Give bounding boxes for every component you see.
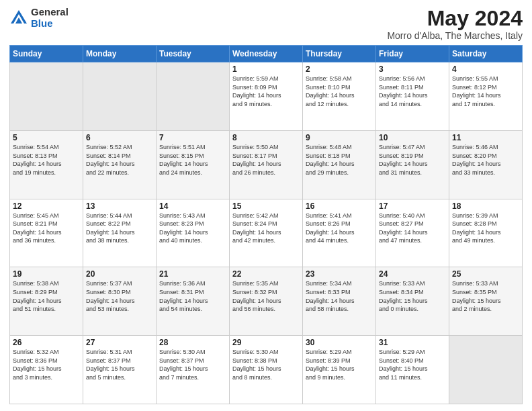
calendar-cell: 2Sunrise: 5:58 AM Sunset: 8:10 PM Daylig… xyxy=(303,62,376,131)
col-wednesday: Wednesday xyxy=(230,46,303,62)
day-info: Sunrise: 5:29 AM Sunset: 8:40 PM Dayligh… xyxy=(379,348,446,381)
calendar-cell: 11Sunrise: 5:46 AM Sunset: 8:20 PM Dayli… xyxy=(449,130,523,199)
calendar-cell: 17Sunrise: 5:40 AM Sunset: 8:27 PM Dayli… xyxy=(376,199,449,267)
calendar-cell: 10Sunrise: 5:47 AM Sunset: 8:19 PM Dayli… xyxy=(376,130,449,199)
calendar-cell: 18Sunrise: 5:39 AM Sunset: 8:28 PM Dayli… xyxy=(449,199,523,267)
calendar-cell: 27Sunrise: 5:31 AM Sunset: 8:37 PM Dayli… xyxy=(83,336,157,404)
day-number: 15 xyxy=(232,201,300,211)
calendar-week-3: 19Sunrise: 5:38 AM Sunset: 8:29 PM Dayli… xyxy=(10,267,523,336)
day-info: Sunrise: 5:48 AM Sunset: 8:18 PM Dayligh… xyxy=(306,143,373,177)
day-number: 6 xyxy=(86,133,153,142)
day-number: 25 xyxy=(452,269,519,279)
day-number: 31 xyxy=(379,338,446,347)
day-info: Sunrise: 5:50 AM Sunset: 8:17 PM Dayligh… xyxy=(232,143,300,177)
day-number: 5 xyxy=(13,133,80,142)
day-number: 4 xyxy=(452,64,519,74)
day-info: Sunrise: 5:33 AM Sunset: 8:34 PM Dayligh… xyxy=(379,279,446,313)
calendar-cell: 30Sunrise: 5:29 AM Sunset: 8:39 PM Dayli… xyxy=(303,336,376,404)
day-number: 24 xyxy=(379,269,446,279)
logo-icon xyxy=(9,9,28,28)
day-info: Sunrise: 5:33 AM Sunset: 8:35 PM Dayligh… xyxy=(452,279,519,313)
logo-general-text: General xyxy=(31,7,69,18)
day-info: Sunrise: 5:31 AM Sunset: 8:37 PM Dayligh… xyxy=(86,348,153,381)
day-info: Sunrise: 5:41 AM Sunset: 8:26 PM Dayligh… xyxy=(306,212,373,245)
day-info: Sunrise: 5:38 AM Sunset: 8:29 PM Dayligh… xyxy=(13,279,80,313)
day-info: Sunrise: 5:55 AM Sunset: 8:12 PM Dayligh… xyxy=(452,75,519,108)
col-saturday: Saturday xyxy=(449,46,523,62)
calendar-cell xyxy=(157,62,230,131)
day-number: 9 xyxy=(306,133,373,142)
calendar-cell: 19Sunrise: 5:38 AM Sunset: 8:29 PM Dayli… xyxy=(10,267,83,336)
day-info: Sunrise: 5:35 AM Sunset: 8:32 PM Dayligh… xyxy=(232,279,300,313)
calendar-cell: 5Sunrise: 5:54 AM Sunset: 8:13 PM Daylig… xyxy=(10,130,83,199)
day-number: 14 xyxy=(159,201,226,211)
day-number: 13 xyxy=(86,201,153,211)
title-block: May 2024 Morro d'Alba, The Marches, Ital… xyxy=(387,7,523,41)
day-number: 1 xyxy=(232,64,300,74)
calendar-cell: 22Sunrise: 5:35 AM Sunset: 8:32 PM Dayli… xyxy=(230,267,303,336)
calendar-cell: 24Sunrise: 5:33 AM Sunset: 8:34 PM Dayli… xyxy=(376,267,449,336)
logo-text: General Blue xyxy=(31,7,69,29)
calendar-week-0: 1Sunrise: 5:59 AM Sunset: 8:09 PM Daylig… xyxy=(10,62,523,131)
calendar-cell: 1Sunrise: 5:59 AM Sunset: 8:09 PM Daylig… xyxy=(230,62,303,131)
col-thursday: Thursday xyxy=(303,46,376,62)
calendar-cell: 15Sunrise: 5:42 AM Sunset: 8:24 PM Dayli… xyxy=(230,199,303,267)
day-info: Sunrise: 5:46 AM Sunset: 8:20 PM Dayligh… xyxy=(452,143,519,177)
day-info: Sunrise: 5:30 AM Sunset: 8:38 PM Dayligh… xyxy=(232,348,300,381)
calendar-cell: 4Sunrise: 5:55 AM Sunset: 8:12 PM Daylig… xyxy=(449,62,523,131)
day-info: Sunrise: 5:51 AM Sunset: 8:15 PM Dayligh… xyxy=(159,143,226,177)
calendar-cell: 16Sunrise: 5:41 AM Sunset: 8:26 PM Dayli… xyxy=(303,199,376,267)
day-info: Sunrise: 5:32 AM Sunset: 8:36 PM Dayligh… xyxy=(13,348,80,381)
calendar-cell: 28Sunrise: 5:30 AM Sunset: 8:37 PM Dayli… xyxy=(157,336,230,404)
calendar-cell: 8Sunrise: 5:50 AM Sunset: 8:17 PM Daylig… xyxy=(230,130,303,199)
day-number: 30 xyxy=(306,338,373,347)
day-info: Sunrise: 5:36 AM Sunset: 8:31 PM Dayligh… xyxy=(159,279,226,313)
calendar-cell xyxy=(449,336,523,404)
day-number: 11 xyxy=(452,133,519,142)
calendar-week-4: 26Sunrise: 5:32 AM Sunset: 8:36 PM Dayli… xyxy=(10,336,523,404)
calendar-cell xyxy=(10,62,83,131)
calendar-cell: 25Sunrise: 5:33 AM Sunset: 8:35 PM Dayli… xyxy=(449,267,523,336)
day-info: Sunrise: 5:58 AM Sunset: 8:10 PM Dayligh… xyxy=(306,75,373,108)
calendar-cell: 6Sunrise: 5:52 AM Sunset: 8:14 PM Daylig… xyxy=(83,130,157,199)
calendar-week-1: 5Sunrise: 5:54 AM Sunset: 8:13 PM Daylig… xyxy=(10,130,523,199)
day-info: Sunrise: 5:52 AM Sunset: 8:14 PM Dayligh… xyxy=(86,143,153,177)
day-info: Sunrise: 5:44 AM Sunset: 8:22 PM Dayligh… xyxy=(86,212,153,245)
calendar-table: Sunday Monday Tuesday Wednesday Thursday… xyxy=(9,45,523,404)
title-month: May 2024 xyxy=(387,7,523,30)
day-info: Sunrise: 5:37 AM Sunset: 8:30 PM Dayligh… xyxy=(86,279,153,313)
day-number: 18 xyxy=(452,201,519,211)
day-info: Sunrise: 5:30 AM Sunset: 8:37 PM Dayligh… xyxy=(159,348,226,381)
day-number: 26 xyxy=(13,338,80,347)
day-info: Sunrise: 5:39 AM Sunset: 8:28 PM Dayligh… xyxy=(452,212,519,245)
day-info: Sunrise: 5:42 AM Sunset: 8:24 PM Dayligh… xyxy=(232,212,300,245)
day-info: Sunrise: 5:59 AM Sunset: 8:09 PM Dayligh… xyxy=(232,75,300,108)
calendar-cell: 31Sunrise: 5:29 AM Sunset: 8:40 PM Dayli… xyxy=(376,336,449,404)
day-info: Sunrise: 5:56 AM Sunset: 8:11 PM Dayligh… xyxy=(379,75,446,108)
logo-blue-text: Blue xyxy=(31,18,69,30)
day-number: 27 xyxy=(86,338,153,347)
day-number: 16 xyxy=(306,201,373,211)
day-number: 3 xyxy=(379,64,446,74)
day-number: 20 xyxy=(86,269,153,279)
col-sunday: Sunday xyxy=(10,46,83,62)
day-info: Sunrise: 5:54 AM Sunset: 8:13 PM Dayligh… xyxy=(13,143,80,177)
day-number: 28 xyxy=(159,338,226,347)
day-number: 21 xyxy=(159,269,226,279)
day-number: 23 xyxy=(306,269,373,279)
day-number: 8 xyxy=(232,133,300,142)
calendar-week-2: 12Sunrise: 5:45 AM Sunset: 8:21 PM Dayli… xyxy=(10,199,523,267)
col-tuesday: Tuesday xyxy=(157,46,230,62)
day-number: 12 xyxy=(13,201,80,211)
calendar-header-row: Sunday Monday Tuesday Wednesday Thursday… xyxy=(10,46,523,62)
calendar-cell: 23Sunrise: 5:34 AM Sunset: 8:33 PM Dayli… xyxy=(303,267,376,336)
day-number: 17 xyxy=(379,201,446,211)
calendar-cell: 21Sunrise: 5:36 AM Sunset: 8:31 PM Dayli… xyxy=(157,267,230,336)
day-info: Sunrise: 5:43 AM Sunset: 8:23 PM Dayligh… xyxy=(159,212,226,245)
calendar-cell: 9Sunrise: 5:48 AM Sunset: 8:18 PM Daylig… xyxy=(303,130,376,199)
day-info: Sunrise: 5:47 AM Sunset: 8:19 PM Dayligh… xyxy=(379,143,446,177)
calendar-cell: 29Sunrise: 5:30 AM Sunset: 8:38 PM Dayli… xyxy=(230,336,303,404)
day-info: Sunrise: 5:29 AM Sunset: 8:39 PM Dayligh… xyxy=(306,348,373,381)
logo: General Blue xyxy=(9,7,69,29)
day-info: Sunrise: 5:34 AM Sunset: 8:33 PM Dayligh… xyxy=(306,279,373,313)
